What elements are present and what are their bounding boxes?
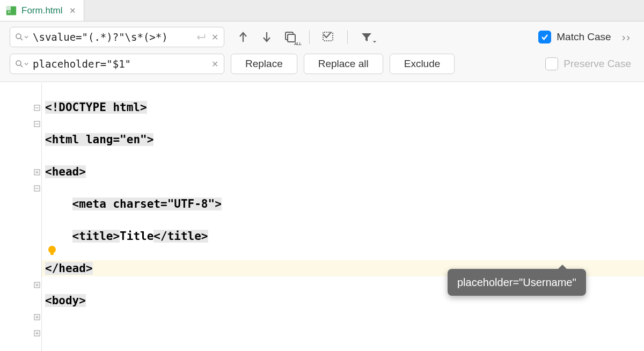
clear-replace-icon[interactable]: ✕ [210,59,219,69]
code-token: <!DOCTYPE [45,101,113,114]
fold-icon[interactable] [33,330,41,337]
tooltip-text: placeholder="Username" [457,276,576,288]
code-token: > [79,294,86,307]
code-token: = [160,198,167,210]
code-token: > [140,101,147,114]
code-token: meta [79,198,113,210]
code-token: > [215,198,222,210]
replace-input[interactable] [32,57,207,70]
code-token: > [86,262,93,275]
code-token: < [45,294,52,307]
svg-line-11 [20,65,23,67]
code-token: body [52,294,79,307]
replace-preview-tooltip: placeholder="Username" [448,269,586,296]
code-token: > [201,230,208,243]
more-options-icon[interactable]: ›› [622,31,631,43]
intention-bulb-icon[interactable] [46,245,58,257]
prev-match-icon[interactable] [236,30,250,44]
svg-text:H: H [8,9,11,14]
code-token: < [45,165,52,178]
search-icon[interactable] [14,32,28,42]
clear-find-icon[interactable]: ✕ [210,32,219,42]
code-token: html [52,133,86,146]
gutter [0,83,42,351]
filter-icon[interactable] [360,30,374,44]
replace-search-icon[interactable] [14,59,28,69]
code-token: = [113,133,120,146]
add-selection-icon[interactable] [321,30,335,44]
fold-icon[interactable] [33,104,41,112]
next-match-icon[interactable] [260,30,274,44]
fold-icon[interactable] [33,120,41,128]
find-replace-panel: ✕ ALL [0,21,644,82]
code-token: > [113,230,120,243]
exclude-button[interactable]: Exclude [390,54,455,74]
tab-bar: H Form.html ✕ [0,0,644,21]
code-token: < [45,133,52,146]
replace-all-button[interactable]: Replace all [304,54,383,74]
code-token: > [147,133,154,146]
code-token: head [58,262,86,275]
code-token: < [72,198,79,210]
svg-rect-8 [288,34,295,42]
svg-point-3 [16,34,21,39]
code-editor[interactable]: <!DOCTYPE html> <html lang="en"> <head> … [0,82,644,351]
code-token: charset [113,198,160,210]
code-token: lang [86,133,113,146]
svg-point-10 [16,61,21,65]
fold-icon[interactable] [33,313,41,321]
match-case-checkbox[interactable] [538,31,551,43]
fold-icon[interactable] [33,169,41,176]
file-tab[interactable]: H Form.html ✕ [0,0,84,21]
code-token: head [52,165,79,178]
find-input-wrap: ✕ [10,27,224,47]
preserve-case-checkbox[interactable] [545,57,558,70]
fold-icon[interactable] [33,281,41,289]
find-input[interactable] [32,31,192,43]
code-token: </ [153,230,167,243]
close-tab-icon[interactable]: ✕ [69,6,76,16]
code-token: </ [45,262,58,275]
tab-filename: Form.html [21,5,63,16]
svg-rect-31 [50,253,54,255]
code-token: > [79,165,86,178]
code-area[interactable]: <!DOCTYPE html> <html lang="en"> <head> … [42,83,581,351]
code-token: "UTF-8" [167,198,215,210]
match-case-label: Match Case [557,31,611,43]
preserve-case-label: Preserve Case [564,58,631,70]
code-token: < [72,230,79,243]
fold-icon[interactable] [33,185,41,192]
code-token: html [113,101,140,114]
code-token: "en" [120,133,147,146]
separator [347,30,348,44]
svg-point-30 [48,246,56,253]
replace-input-wrap: ✕ [10,54,224,74]
code-token: title [167,230,201,243]
separator [309,30,310,44]
code-token: title [79,230,113,243]
code-token: Title [120,230,153,243]
html-file-icon: H [5,5,17,17]
enter-hint-icon [195,32,207,42]
select-all-icon[interactable]: ALL [283,30,297,44]
replace-button[interactable]: Replace [231,54,297,74]
svg-line-4 [20,38,23,40]
find-toolbar: ALL [231,30,374,44]
